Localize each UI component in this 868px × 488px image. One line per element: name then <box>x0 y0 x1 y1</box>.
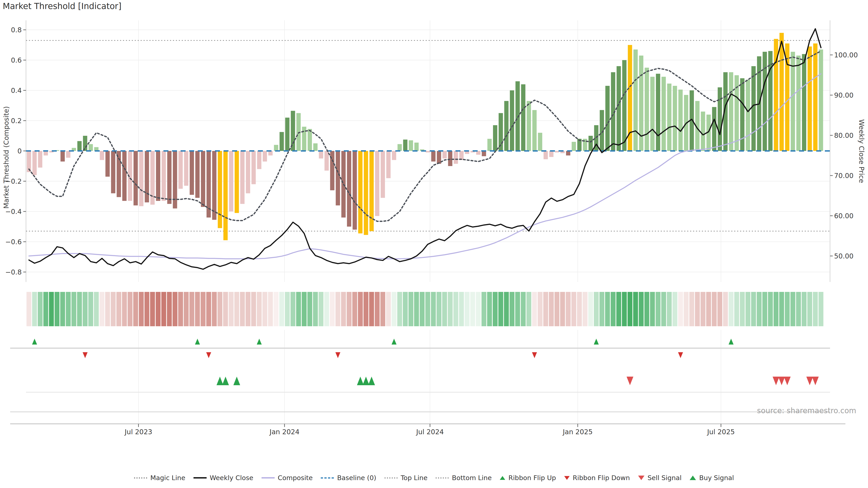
ribbon-cell <box>543 292 548 326</box>
threshold-bar <box>268 151 273 156</box>
legend-item-label: Top Line <box>401 474 428 482</box>
threshold-bar <box>352 151 357 230</box>
ribbon-cell <box>122 292 127 326</box>
threshold-bar <box>482 151 486 156</box>
legend-item-label: Ribbon Flip Up <box>508 474 556 482</box>
ribbon-cell <box>375 292 380 326</box>
threshold-bar <box>431 151 436 162</box>
buy-signal-marker <box>357 377 364 385</box>
ribbon-cell <box>431 292 436 326</box>
legend-item: Top Line <box>384 474 428 482</box>
threshold-bar <box>819 50 823 151</box>
ribbon-cell <box>493 292 498 326</box>
ribbon-cell <box>661 292 666 326</box>
threshold-bar <box>324 151 329 170</box>
ribbon-cell <box>201 292 206 326</box>
ribbon-cell <box>790 292 796 326</box>
threshold-bar <box>645 68 649 151</box>
ribbon-cell <box>94 292 99 326</box>
ribbon-cell <box>77 292 82 326</box>
threshold-bar <box>257 151 261 169</box>
ribbon-cell <box>796 292 801 326</box>
ribbon-cell <box>639 292 644 326</box>
ribbon-cell <box>465 292 470 326</box>
ribbon-cell <box>768 292 773 326</box>
ribbon-cell <box>583 292 587 326</box>
right-axis-title: Weekly Close Price <box>858 119 866 183</box>
ribbon-cell <box>105 292 110 326</box>
ribbon-cell <box>487 292 492 326</box>
left-y-tick-label: 0.6 <box>11 56 22 64</box>
ribbon-cell <box>605 292 610 326</box>
ribbon-cell <box>774 292 778 326</box>
threshold-bar <box>735 75 739 151</box>
threshold-bar <box>162 151 166 201</box>
ribbon-cell <box>555 292 559 326</box>
ribbon-cell <box>49 292 54 326</box>
ribbon-cell <box>566 292 571 326</box>
legend-item: Composite <box>261 474 313 482</box>
ribbon-cell <box>302 292 307 326</box>
dashed-line-icon <box>321 477 334 479</box>
right-y-tick-label: 100.00 <box>834 51 858 59</box>
threshold-bar <box>43 151 48 156</box>
ribbon-cell <box>538 292 543 326</box>
ribbon-cell <box>684 292 689 326</box>
ribbon-cell <box>498 292 503 326</box>
threshold-bar <box>285 118 289 151</box>
threshold-bar <box>392 151 396 160</box>
buy-signal-marker <box>222 377 229 385</box>
sell-signal-marker <box>627 377 633 385</box>
ribbon-cell <box>426 292 430 326</box>
threshold-bar <box>139 151 144 206</box>
ribbon-cell <box>341 292 346 326</box>
ribbon-cell <box>740 292 745 326</box>
ribbon-cell <box>757 292 762 326</box>
ribbon-cell <box>257 292 262 326</box>
legend-item-label: Bottom Line <box>452 474 492 482</box>
ribbon-cell <box>745 292 750 326</box>
ribbon-cell <box>150 292 155 326</box>
ribbon-cell <box>392 292 397 326</box>
ribbon-cell <box>32 292 37 326</box>
ribbon-flip-up-marker <box>728 339 734 345</box>
buy-signal-marker <box>233 377 240 385</box>
ribbon-flip-up-marker <box>594 339 599 345</box>
ribbon-cell <box>763 292 767 326</box>
ribbon-cell <box>482 292 487 326</box>
market-threshold-chart: Jul 2023Jan 2024Jul 2024Jan 2025Jul 2025… <box>0 0 868 488</box>
ribbon-cell <box>60 292 65 326</box>
threshold-bar <box>796 56 801 151</box>
threshold-bar <box>802 54 806 151</box>
threshold-bar <box>398 144 402 151</box>
ribbon-cell <box>515 292 520 326</box>
threshold-bar <box>201 151 205 207</box>
ribbon-flip-up-marker <box>32 339 37 345</box>
threshold-bar <box>308 129 312 151</box>
ribbon-cell <box>240 292 245 326</box>
threshold-bar <box>633 50 638 151</box>
ribbon-cell <box>43 292 49 326</box>
left-y-tick-label: −0.8 <box>5 268 22 276</box>
threshold-bar <box>538 133 542 151</box>
threshold-bar <box>280 132 284 151</box>
threshold-bar <box>622 60 627 151</box>
ribbon-cell <box>330 292 335 326</box>
ribbon-cell <box>139 292 144 326</box>
ribbon-cell <box>442 292 447 326</box>
ribbon-flip-up-marker <box>392 339 397 345</box>
threshold-bar <box>409 140 413 151</box>
ribbon-cell <box>99 292 104 326</box>
ribbon-cell <box>145 292 149 326</box>
ribbon-cell <box>352 292 358 326</box>
threshold-bar <box>779 33 784 151</box>
sell-signal-marker <box>784 377 791 385</box>
ribbon-cell <box>818 292 824 326</box>
ribbon-cell <box>358 292 363 326</box>
threshold-bar <box>319 151 323 159</box>
threshold-bar <box>701 111 705 151</box>
threshold-bar <box>662 77 666 151</box>
ribbon-cell <box>262 292 268 326</box>
threshold-bar <box>426 151 430 153</box>
threshold-bar <box>617 66 621 151</box>
